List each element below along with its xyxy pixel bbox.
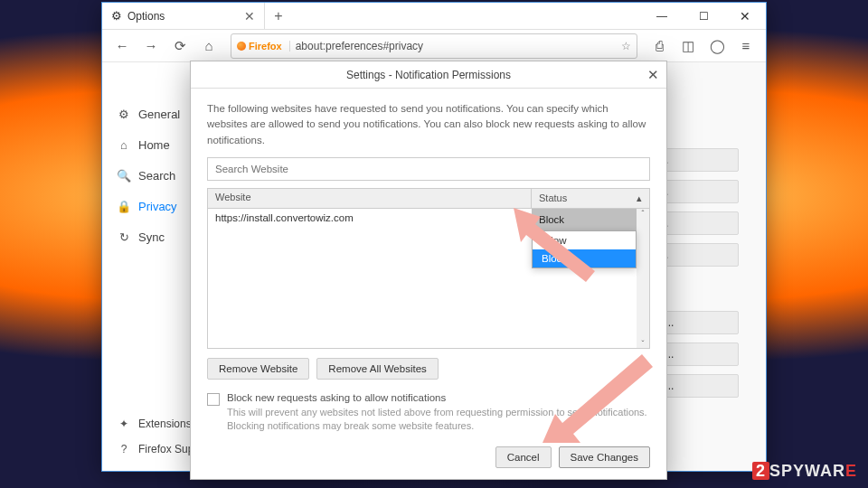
help-icon: ? [117,443,131,455]
sync-icon: ↻ [117,230,131,244]
table-scrollbar[interactable]: ˆˇ [637,209,649,348]
dropdown-option-allow[interactable]: Allow [533,231,636,249]
dialog-description: The following websites have requested to… [207,101,650,148]
search-icon: 🔍 [117,169,131,183]
menu-button[interactable]: ≡ [733,33,759,59]
checkbox-label: Block new requests asking to allow notif… [227,392,650,434]
url-bar[interactable]: Firefox about:preferences#privacy ☆ [231,33,637,59]
block-new-requests-checkbox[interactable] [207,393,220,406]
watermark: 2SPYWARE [752,462,857,481]
gear-icon: ⚙ [111,9,122,23]
maximize-button[interactable]: ☐ [683,3,724,29]
bookmark-star-icon[interactable]: ☆ [621,40,631,52]
tab-title: Options [127,10,165,23]
tab-close-icon[interactable]: ✕ [244,9,255,23]
search-website-input[interactable] [207,157,650,181]
new-tab-button[interactable]: + [265,3,292,29]
firefox-icon [237,42,246,51]
dropdown-option-block[interactable]: Block [533,249,636,267]
websites-table: Website Status▴ https://install.converto… [207,188,650,349]
puzzle-icon: ✦ [117,418,131,430]
table-row[interactable]: https://install.convertowiz.com Block▾ [208,209,649,230]
window-close-button[interactable]: ✕ [724,3,766,29]
remove-website-button[interactable]: Remove Website [207,358,309,380]
home-button[interactable]: ⌂ [196,33,222,59]
status-select[interactable]: Block▾ [532,209,649,230]
titlebar: ⚙ Options ✕ + — ☐ ✕ [102,3,766,30]
dialog-header: Settings - Notification Permissions ✕ [191,61,666,89]
library-button[interactable]: ⎙ [646,33,672,59]
sidebar-button[interactable]: ◫ [675,33,701,59]
home-icon: ⌂ [117,138,131,152]
notification-permissions-dialog: Settings - Notification Permissions ✕ Th… [190,61,667,480]
account-button[interactable]: ◯ [704,33,730,59]
navbar: ← → ⟳ ⌂ Firefox about:preferences#privac… [102,30,766,62]
column-status[interactable]: Status▴ [532,189,649,208]
status-dropdown: Allow Block [532,230,637,268]
back-button[interactable]: ← [109,33,135,59]
column-website[interactable]: Website [208,189,532,208]
reload-button[interactable]: ⟳ [167,33,193,59]
browser-tab[interactable]: ⚙ Options ✕ [102,3,265,29]
dialog-close-button[interactable]: ✕ [647,67,659,83]
firefox-badge: Firefox [237,41,290,52]
url-text: about:preferences#privacy [296,40,423,52]
gear-icon: ⚙ [117,108,131,121]
website-url: https://install.convertowiz.com [208,209,532,230]
sort-icon: ▴ [637,192,642,204]
remove-all-websites-button[interactable]: Remove All Websites [316,358,438,380]
cancel-button[interactable]: Cancel [495,446,552,468]
dialog-title: Settings - Notification Permissions [346,69,511,81]
save-changes-button[interactable]: Save Changes [559,446,650,468]
forward-button[interactable]: → [138,33,164,59]
minimize-button[interactable]: — [641,3,683,29]
lock-icon: 🔒 [117,200,131,213]
